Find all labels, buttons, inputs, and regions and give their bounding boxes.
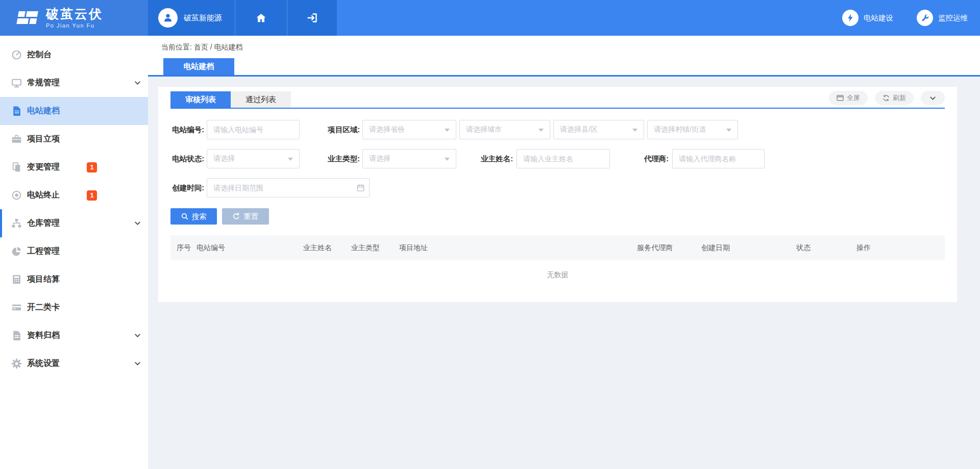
reset-button[interactable]: 重置: [222, 208, 269, 225]
owner-type-label: 业主类型:: [323, 154, 360, 164]
status-placeholder: 请选择: [213, 154, 235, 163]
col-owner-name: 业主姓名: [303, 243, 351, 253]
sidebar-item-change-mgmt[interactable]: 变更管理 1: [0, 153, 148, 181]
fullscreen-button[interactable]: 全屏: [829, 91, 868, 105]
col-project-address: 项目地址: [399, 243, 637, 253]
gear-icon: [11, 358, 22, 369]
content-area: 审核列表 通过列表 全屏: [148, 77, 980, 469]
station-status-select[interactable]: 请选择: [207, 149, 300, 168]
sidebar-item-station-termination[interactable]: 电站终止 1: [0, 181, 148, 209]
refresh-button[interactable]: 刷新: [875, 91, 914, 105]
agent-label: 代理商:: [631, 154, 669, 164]
module-station-build[interactable]: 电站建设: [842, 10, 893, 26]
user-name: 破茧新能源: [184, 13, 222, 23]
file-icon: [11, 330, 22, 341]
reset-label: 重置: [243, 212, 258, 221]
module-label: 电站建设: [864, 13, 893, 23]
county-placeholder: 请选择县/区: [560, 125, 598, 134]
chevron-down-icon: [929, 95, 936, 102]
logout-button[interactable]: [287, 0, 337, 36]
breadcrumb: 当前位置: 首页 / 电站建档: [148, 36, 980, 52]
date-range-input[interactable]: [207, 178, 370, 198]
col-actions: 操作: [856, 243, 945, 253]
brand-title: 破茧云伏: [46, 7, 103, 21]
sidebar-item-console[interactable]: 控制台: [0, 41, 148, 69]
chevron-down-icon: [726, 129, 731, 132]
sidebar-item-label: 变更管理: [27, 162, 60, 172]
town-select[interactable]: 请选择村镇/街道: [647, 120, 738, 139]
chevron-down-icon: [538, 129, 544, 132]
sidebar-item-label: 项目结算: [27, 274, 60, 285]
calendar-icon: [357, 184, 364, 192]
sidebar-item-warehouse-mgmt[interactable]: 仓库管理: [0, 209, 148, 237]
sidebar-item-project-settlement[interactable]: 项目结算: [0, 265, 148, 293]
sidebar-item-open-class2-card[interactable]: 开二类卡: [0, 293, 148, 322]
owner-type-select[interactable]: 请选择: [362, 149, 456, 168]
breadcrumb-bar: 当前位置: 首页 / 电站建档 电站建档: [148, 36, 980, 77]
sidebar-item-engineering-mgmt[interactable]: 工程管理: [0, 237, 148, 265]
owner-name-input[interactable]: [517, 149, 610, 168]
sidebar-item-system-settings[interactable]: 系统设置: [0, 350, 148, 378]
breadcrumb-path[interactable]: 首页 / 电站建档: [194, 43, 243, 51]
col-owner-type: 业主类型: [351, 243, 399, 253]
brand-logo[interactable]: 破茧云伏 Po Jian Yun Fu: [0, 0, 148, 36]
briefcase-icon: [11, 134, 22, 145]
gauge-icon: [11, 50, 22, 61]
search-button[interactable]: 搜索: [170, 208, 217, 225]
col-seq: 序号: [170, 243, 197, 253]
sidebar-item-label: 资料归档: [27, 330, 60, 341]
sidebar-item-general-mgmt[interactable]: 常规管理: [0, 69, 148, 97]
province-select[interactable]: 请选择省份: [362, 120, 456, 139]
tab-review-list[interactable]: 审核列表: [170, 91, 231, 108]
home-button[interactable]: [235, 0, 287, 36]
pie-chart-icon: [11, 246, 22, 257]
tab-passed-list[interactable]: 通过列表: [231, 91, 291, 108]
sidebar-item-label: 仓库管理: [27, 218, 60, 229]
sidebar-item-label: 开二类卡: [27, 302, 60, 313]
col-service-agent: 服务代理商: [637, 243, 701, 253]
brand-subtitle: Po Jian Yun Fu: [46, 22, 103, 29]
module-monitor-ops[interactable]: 监控运维: [917, 10, 968, 26]
sidebar-item-label: 电站终止: [27, 190, 60, 201]
search-label: 搜索: [192, 212, 207, 221]
refresh-icon: [883, 94, 890, 102]
chevron-down-icon: [632, 129, 638, 132]
monitor-icon: [11, 78, 22, 89]
agent-input[interactable]: [672, 149, 765, 168]
search-icon: [181, 213, 188, 220]
chevron-down-icon: [134, 332, 141, 339]
station-status-label: 电站状态:: [170, 154, 204, 164]
collapse-button[interactable]: [921, 91, 945, 105]
sidebar-item-station-archive[interactable]: 电站建档: [0, 97, 148, 125]
target-icon: [11, 190, 22, 201]
chevron-down-icon: [134, 360, 141, 367]
col-create-date: 创建日期: [701, 243, 796, 253]
owner-type-placeholder: 请选择: [369, 154, 390, 163]
filter-form: 电站编号: 项目区域: 请选择省份 请选择城市 请选择县/区 请选择村镇/街道 …: [170, 109, 945, 198]
refresh-label: 刷新: [893, 93, 906, 103]
chevron-down-icon: [445, 158, 450, 161]
station-archive-panel: 审核列表 通过列表 全屏: [158, 87, 957, 302]
chevron-down-icon: [445, 129, 450, 132]
owner-name-label: 业主姓名:: [479, 154, 513, 164]
calculator-icon: [11, 274, 22, 285]
sidebar-item-label: 常规管理: [27, 78, 60, 88]
county-select[interactable]: 请选择县/区: [553, 120, 644, 139]
col-status: 状态: [796, 243, 856, 253]
station-no-input[interactable]: [207, 120, 300, 139]
notification-badge: 1: [87, 162, 97, 172]
region-label: 项目区域:: [323, 125, 360, 135]
sidebar-item-data-archive[interactable]: 资料归档: [0, 322, 148, 350]
town-placeholder: 请选择村镇/街道: [654, 125, 706, 134]
sidebar-item-label: 系统设置: [27, 358, 60, 369]
page-tab-station-archive[interactable]: 电站建档: [163, 58, 234, 75]
city-select[interactable]: 请选择城市: [459, 120, 550, 139]
brand-logo-icon: [15, 8, 39, 28]
sidebar-item-project-initiation[interactable]: 项目立项: [0, 125, 148, 153]
user-menu[interactable]: 破茧新能源: [148, 0, 235, 36]
province-placeholder: 请选择省份: [369, 125, 405, 134]
notification-badge: 1: [87, 190, 97, 201]
document-icon: [11, 106, 22, 117]
lightning-icon: [842, 10, 859, 26]
fullscreen-icon: [837, 95, 844, 101]
